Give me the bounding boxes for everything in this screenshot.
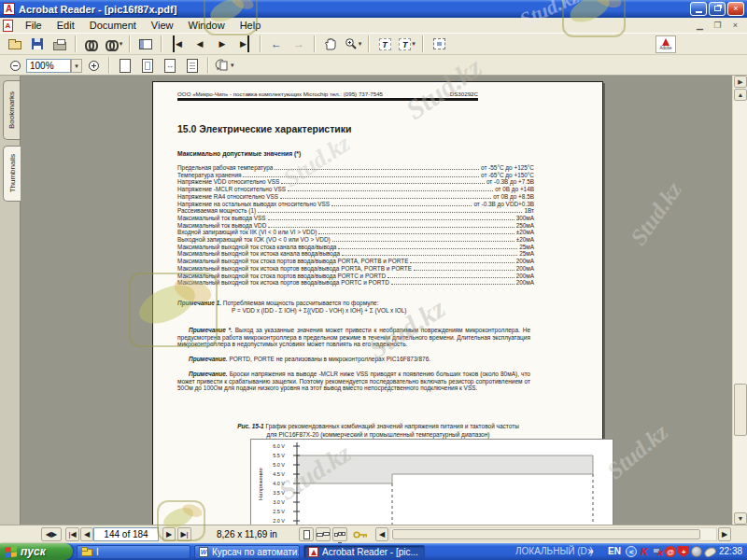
doc-close-button[interactable]: × [729, 21, 741, 30]
y-axis-title: Напряжение [258, 468, 263, 500]
single-page-layout-button[interactable] [299, 527, 314, 541]
hide-icons-chevron-icon[interactable]: < [626, 546, 637, 557]
reflow-button[interactable] [182, 56, 203, 75]
scroll-up-button[interactable]: ▲ [734, 89, 747, 101]
y-tick-label: 2.5 V [250, 507, 291, 516]
status-last-page-button[interactable]: ▶| [177, 527, 191, 541]
rating-leader-dots [268, 219, 514, 220]
continuous-facing-layout-button[interactable] [332, 527, 347, 541]
dropdown-caret-icon[interactable]: ▾ [231, 62, 234, 69]
zoom-in-tool-button[interactable]: ▾ [343, 35, 363, 53]
fit-width-button[interactable] [160, 56, 180, 75]
mouse-tray-icon[interactable] [703, 545, 718, 558]
last-page-button[interactable]: ▶ [234, 35, 255, 53]
prev-page-button[interactable]: ◀ [190, 35, 210, 53]
figure-label: Рис. 15-1 [237, 423, 264, 429]
network-disconnected-icon[interactable]: ✕ [652, 546, 663, 557]
dropdown-caret-icon[interactable]: ▾ [120, 40, 123, 48]
note-2-title: Примечание *. [189, 327, 233, 333]
rating-leader-dots [275, 169, 479, 170]
y-tick-label: 4.5 V [250, 469, 291, 479]
band-chevron[interactable]: » [588, 543, 594, 560]
absolute-maximum-ratings-list: Предельная рабочая температура от -55°C … [177, 164, 534, 287]
splitter-grip-button[interactable]: ◀▶ [41, 527, 62, 541]
taskbar-item-label: Acrobat Reader - [pic... [322, 547, 418, 557]
horizontal-scroll-thumb[interactable] [392, 529, 700, 539]
page-indicator-field[interactable]: 144 of 184 [93, 527, 159, 541]
first-page-button[interactable]: ◀ [167, 35, 188, 53]
status-first-page-button[interactable]: |◀ [65, 527, 79, 541]
minimize-button[interactable] [690, 2, 707, 16]
title-bar: A Acrobat Reader - [pic16f87x.pdf] × [0, 0, 747, 18]
menu-bar: A FileEditDocumentViewWindowHelp ▁ ❐ × [0, 18, 747, 33]
round-tray-icon[interactable] [691, 546, 702, 557]
status-prev-page-button[interactable]: ◀ [80, 527, 93, 541]
text-select-alt-tool-button[interactable]: T▾ [397, 35, 417, 53]
print-button[interactable] [49, 35, 70, 53]
menu-item[interactable]: Edit [49, 19, 82, 32]
rating-leader-dots [388, 277, 514, 278]
doc-minimize-button[interactable]: ▁ [694, 21, 706, 30]
graphics-select-tool-button[interactable] [429, 35, 449, 53]
shield-tray-icon[interactable]: + [678, 546, 689, 557]
dropdown-caret-icon[interactable]: ▾ [412, 40, 416, 48]
hscroll-left-button[interactable]: ◀ [375, 527, 388, 541]
pane-expand-button[interactable]: ▶ [734, 76, 747, 88]
horizontal-scrollbar[interactable] [389, 527, 717, 541]
next-page-button[interactable]: ▶ [212, 35, 233, 53]
zoom-level-input[interactable]: 100% [26, 59, 71, 73]
dropdown-caret-icon[interactable]: ▾ [359, 40, 362, 48]
rating-row: Напряжение VDD относительно VSS от -0.3В… [177, 178, 534, 186]
rating-label: Максимальный выходной ток стока канала в… [177, 244, 336, 251]
zoom-level-dropdown-button[interactable]: ▾ [71, 59, 82, 73]
search-button[interactable]: ▾ [104, 35, 124, 53]
vertical-scrollbar[interactable]: ▶ ▲ ▼ [732, 76, 747, 525]
rating-label: Входной запирающий ток IIK (VI < 0 или V… [177, 229, 317, 236]
adobe-logo-label: Adobe [659, 46, 671, 50]
menu-item[interactable]: Help [233, 19, 269, 32]
menu-item[interactable]: View [144, 19, 181, 32]
taskbar-item-word-document[interactable]: W Курсач по автомати... [194, 545, 300, 559]
hand-tool-button[interactable] [320, 35, 341, 53]
previous-view-button[interactable]: ← [266, 35, 287, 53]
menu-item[interactable]: Window [181, 19, 233, 32]
open-button[interactable] [5, 35, 25, 53]
zoom-out-button[interactable] [5, 56, 25, 75]
tab-thumbnails[interactable]: Thumbnails [3, 146, 21, 202]
taskbar-item-acrobat[interactable]: Acrobat Reader - [pic... [303, 545, 425, 559]
hscroll-right-button[interactable]: ▶ [718, 527, 731, 541]
continuous-layout-button[interactable] [316, 527, 331, 541]
text-select-tool-button[interactable]: T [374, 35, 395, 53]
rating-label: Максимальный ток вывода VDD [177, 222, 266, 230]
menu-item[interactable]: Document [82, 19, 144, 32]
vertical-scroll-thumb[interactable] [734, 384, 747, 436]
forward-arrow-icon: → [293, 37, 304, 50]
find-button[interactable] [81, 35, 102, 53]
mail-agent-tray-icon[interactable]: @ [665, 546, 676, 557]
rating-value: от -55°C до +125°C [481, 164, 534, 172]
taskbar-item-label: Курсач по автомати... [212, 547, 300, 557]
restore-button[interactable] [709, 2, 726, 16]
adobe-logo-button[interactable]: Adobe [655, 35, 676, 53]
language-indicator[interactable]: EN [608, 543, 621, 560]
kaspersky-tray-icon[interactable]: K [639, 546, 650, 557]
doc-restore-button[interactable]: ❐ [712, 21, 724, 30]
printer-icon [53, 42, 66, 50]
taskbar-item-folder[interactable]: I [77, 545, 190, 559]
actual-size-button[interactable] [115, 56, 135, 75]
tab-bookmarks[interactable]: Bookmarks [3, 80, 20, 140]
rotate-view-button[interactable]: ▾ [214, 56, 235, 75]
y-tick-label: 5.0 V [250, 460, 291, 469]
status-next-page-button[interactable]: ▶ [162, 527, 176, 541]
nav-pane-toggle-button[interactable] [135, 35, 156, 53]
scroll-down-button[interactable]: ▼ [734, 512, 747, 525]
menu-item[interactable]: File [18, 19, 49, 32]
close-button[interactable]: × [727, 2, 744, 16]
next-view-button[interactable]: → [289, 35, 309, 53]
save-button[interactable] [27, 35, 48, 53]
zoom-in-button[interactable] [83, 56, 104, 75]
start-button[interactable]: пуск [0, 543, 73, 560]
folder-icon [81, 549, 92, 556]
fit-in-window-button[interactable] [137, 56, 158, 75]
rating-leader-dots [243, 176, 479, 177]
